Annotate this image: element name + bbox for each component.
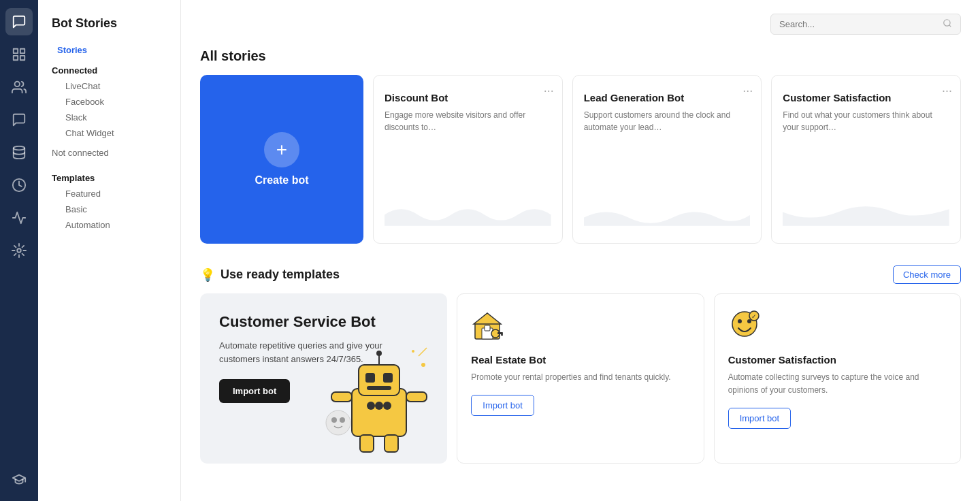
analytics-icon[interactable] <box>5 204 33 231</box>
svg-rect-18 <box>406 392 427 402</box>
story-card-0-name: Discount Bot <box>385 92 551 103</box>
story-card-0-wave <box>385 198 551 232</box>
svg-point-7 <box>17 248 21 253</box>
template-card-1-name: Customer Satisfaction <box>728 354 947 366</box>
sidebar-item-facebook[interactable]: Facebook <box>38 94 180 110</box>
template-card-0-icon <box>471 308 689 346</box>
story-card-1-desc: Support customers around the clock and a… <box>584 109 751 133</box>
template-card-0-name: Real Estate Bot <box>471 354 689 366</box>
featured-illustration <box>311 327 447 464</box>
main-content: All stories + Create bot ··· Discount Bo… <box>181 0 980 501</box>
featured-template-card: Customer Service Bot Automate repetitive… <box>200 293 447 464</box>
template-card-0-desc: Promote your rental properties and find … <box>471 371 689 384</box>
svg-point-29 <box>340 417 345 423</box>
svg-point-8 <box>944 20 950 26</box>
top-header <box>200 14 961 35</box>
stories-grid: + Create bot ··· Discount Bot Engage mor… <box>200 75 961 244</box>
story-card-1-menu[interactable]: ··· <box>742 84 753 98</box>
search-icon <box>943 18 952 30</box>
svg-rect-12 <box>365 373 375 383</box>
templates-section-title: 💡 Use ready templates <box>200 268 340 282</box>
sidebar-item-slack[interactable]: Slack <box>38 110 180 125</box>
story-card-1: ··· Lead Generation Bot Support customer… <box>572 75 762 244</box>
sidebar-title: Bot Stories <box>38 11 180 42</box>
chat-icon[interactable] <box>5 8 33 35</box>
check-more-button[interactable]: Check more <box>893 265 961 284</box>
all-stories-title: All stories <box>200 48 961 64</box>
svg-rect-19 <box>360 435 374 452</box>
svg-point-24 <box>421 363 425 367</box>
sidebar-not-connected-header: Not connected <box>38 141 180 161</box>
svg-point-25 <box>412 350 414 353</box>
sidebar-item-featured[interactable]: Featured <box>38 186 180 201</box>
svg-rect-13 <box>383 373 393 383</box>
svg-marker-31 <box>474 313 501 324</box>
dashboard-icon[interactable] <box>5 41 33 68</box>
story-card-2: ··· Customer Satisfaction Find out what … <box>771 75 961 244</box>
svg-point-4 <box>15 82 20 86</box>
create-bot-label: Create bot <box>255 174 308 187</box>
story-card-2-menu[interactable]: ··· <box>942 84 952 98</box>
sidebar-connected-header: Connected <box>38 59 180 78</box>
story-card-1-wave <box>584 198 751 232</box>
sidebar-item-automation[interactable]: Automation <box>38 217 180 233</box>
lightbulb-icon: 💡 <box>200 268 215 282</box>
story-card-0-desc: Engage more website visitors and offer d… <box>385 109 551 133</box>
svg-point-21 <box>367 402 375 410</box>
database-icon[interactable] <box>5 139 33 166</box>
graduation-icon[interactable] <box>5 466 33 493</box>
svg-rect-36 <box>501 334 503 336</box>
svg-rect-0 <box>14 49 18 53</box>
svg-rect-2 <box>14 56 18 60</box>
svg-line-26 <box>419 348 427 356</box>
sidebar-templates-header: Templates <box>38 166 180 186</box>
story-card-2-name: Customer Satisfaction <box>783 92 949 103</box>
svg-point-16 <box>376 351 382 356</box>
svg-point-23 <box>383 402 391 410</box>
icon-bar <box>0 0 38 501</box>
sidebar-item-livechat[interactable]: LiveChat <box>38 78 180 94</box>
template-card-1: ✓ Customer Satisfaction Automate collect… <box>714 293 961 464</box>
integrations-icon[interactable] <box>5 237 33 264</box>
svg-rect-35 <box>497 332 503 334</box>
svg-point-22 <box>375 402 383 410</box>
create-bot-plus-icon: + <box>264 132 299 167</box>
sidebar: Bot Stories Stories Connected LiveChat F… <box>38 0 181 501</box>
story-card-0-menu[interactable]: ··· <box>544 84 554 98</box>
clock-icon[interactable] <box>5 172 33 199</box>
svg-rect-33 <box>485 325 490 331</box>
search-input[interactable] <box>779 19 937 29</box>
svg-rect-17 <box>331 392 352 402</box>
svg-line-9 <box>949 25 951 27</box>
story-card-2-desc: Find out what your customers think about… <box>783 109 949 133</box>
template-card-1-icon: ✓ <box>728 308 947 346</box>
svg-rect-14 <box>367 386 391 390</box>
template-card-0: Real Estate Bot Promote your rental prop… <box>457 293 704 464</box>
sidebar-item-stories[interactable]: Stories <box>38 42 180 59</box>
template-card-1-import-button[interactable]: Import bot <box>728 408 791 429</box>
svg-point-38 <box>738 319 742 323</box>
sidebar-item-chat-widget[interactable]: Chat Widget <box>38 125 180 141</box>
svg-point-5 <box>14 146 25 150</box>
templates-grid: Customer Service Bot Automate repetitive… <box>200 293 961 464</box>
template-card-1-desc: Automate collecting surveys to capture t… <box>728 371 947 397</box>
featured-import-bot-button[interactable]: Import bot <box>219 379 290 403</box>
search-bar <box>770 14 961 35</box>
sidebar-item-basic[interactable]: Basic <box>38 201 180 217</box>
story-card-1-name: Lead Generation Bot <box>584 92 751 103</box>
svg-rect-3 <box>20 56 24 60</box>
templates-section-header: 💡 Use ready templates Check more <box>200 265 961 284</box>
template-card-0-import-button[interactable]: Import bot <box>471 395 534 416</box>
svg-point-27 <box>326 410 350 435</box>
create-bot-card[interactable]: + Create bot <box>200 75 363 244</box>
story-card-2-wave <box>783 198 949 232</box>
svg-rect-11 <box>359 365 399 395</box>
svg-point-28 <box>331 417 337 423</box>
svg-text:✓: ✓ <box>751 313 757 320</box>
story-card-0: ··· Discount Bot Engage more website vis… <box>373 75 563 244</box>
svg-rect-1 <box>20 49 24 53</box>
messages-icon[interactable] <box>5 106 33 133</box>
users-icon[interactable] <box>5 74 33 101</box>
svg-rect-20 <box>385 435 398 452</box>
